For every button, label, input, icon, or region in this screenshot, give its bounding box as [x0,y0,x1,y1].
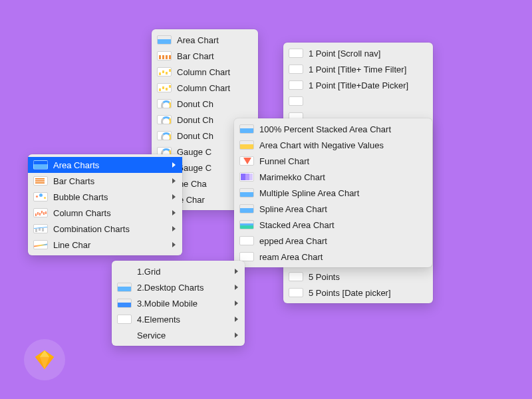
menu-item-label: 1 Point [Title+ Time Filter] [309,65,426,74]
numbered-item[interactable]: 1.Grid [112,263,245,279]
numbered-item[interactable]: 2.Desktop Charts [112,279,245,295]
menu-item-label: 1 Point [Scroll nav] [309,49,426,59]
chart-thumb-icon [157,83,172,92]
points-item[interactable]: 1 Point [Scroll nav] [283,45,433,61]
chart-category-item[interactable]: Line Char [28,237,182,253]
chart-thumb-icon [239,236,254,245]
menu-item-label: epped Area Chart [259,236,426,246]
area-sub-item[interactable]: Spline Area Chart [234,201,432,217]
menu-item-label: Area Charts [53,160,160,170]
chart-thumb-icon [239,252,254,261]
chart-thumb-icon [33,176,48,186]
chart-thumb-icon [157,115,172,124]
points-item[interactable] [283,93,433,109]
chevron-right-icon [172,162,176,168]
chart-thumb-icon [117,283,132,292]
menu-item-label: Column Charts [53,208,160,218]
area-sub-item[interactable]: Area Chart with Negative Values [234,137,432,153]
chart-thumb-icon [289,65,303,74]
chart-type-item[interactable]: Bar Chart [152,48,258,64]
chart-category-item[interactable]: Bubble Charts [28,189,182,205]
chart-thumb-icon [117,315,132,324]
chart-thumb-icon [239,220,254,229]
menu-item-label: Marimekko Chart [259,172,426,182]
numbered-item[interactable]: 3.Mobile Mobile [112,295,245,311]
points-item[interactable]: 5 Points [Date picker] [283,285,433,301]
menu-item-label: Stacked Area Chart [259,220,426,230]
area-charts-submenu: 100% Percent Stacked Area ChartArea Char… [234,118,432,267]
chart-category-item[interactable]: Column Charts [28,205,182,221]
menu-item-label: Combination Charts [53,224,160,234]
chart-thumb-icon [239,188,254,198]
menu-item-label: 2.Desktop Charts [137,283,223,293]
chart-type-item[interactable]: Area Chart [152,32,258,48]
chevron-right-icon [172,194,176,200]
menu-item-label: Line Char [53,240,160,250]
chart-thumb-icon [289,80,303,90]
area-sub-item[interactable]: ream Area Chart [234,249,432,265]
chevron-right-icon [235,317,238,322]
chart-category-item[interactable]: Combination Charts [28,221,182,237]
menu-item-label: 100% Percent Stacked Area Chart [259,124,426,134]
points-item[interactable]: 1 Point [Title+ Time Filter] [283,61,433,77]
menu-item-label: 5 Points [Date picker] [309,288,426,298]
menu-item-label: Bar Charts [53,176,160,186]
chart-thumb-icon [239,172,254,182]
points-item[interactable]: 5 Points [283,269,433,285]
chevron-right-icon [235,269,238,274]
chart-thumb-icon [33,224,48,233]
chart-category-item[interactable]: Area Charts [28,157,182,173]
sketch-badge [24,339,65,380]
chevron-right-icon [172,242,176,247]
chart-thumb-icon [157,131,172,140]
sketch-diamond-icon [33,348,56,371]
area-sub-item[interactable]: Funnel Chart [234,153,432,169]
menu-item-label: Spline Area Chart [259,204,426,214]
area-sub-item[interactable]: 100% Percent Stacked Area Chart [234,121,432,137]
menu-item-label: 1 Point [Title+Date Picker] [309,80,426,90]
chart-thumb-icon [33,192,48,201]
menu-item-label: Funnel Chart [259,156,426,166]
chevron-right-icon [235,332,238,338]
chart-thumb-icon [33,160,48,170]
chevron-right-icon [235,285,238,290]
area-sub-item[interactable]: Multiple Spline Area Chart [234,185,432,201]
menu-item-label: Bubble Charts [53,192,160,202]
menu-item-label: ream Area Chart [259,252,426,262]
menu-item-label: Bar Chart [177,51,251,61]
chart-thumb-icon [157,51,172,61]
chart-thumb-icon [239,156,254,166]
chart-thumb-icon [33,208,48,217]
chart-type-item[interactable]: Column Chart [152,80,258,96]
menu-item-label: Donut Ch [177,99,251,109]
chart-thumb-icon [239,140,254,150]
chevron-right-icon [172,178,176,184]
chart-type-item[interactable]: Column Chart [152,64,258,80]
menu-item-label: 1.Grid [137,267,223,277]
chart-thumb-icon [117,299,132,308]
numbered-item[interactable]: 4.Elements [112,311,245,327]
menu-item-label: Area Chart with Negative Values [259,140,426,150]
chart-type-item[interactable]: Donut Ch [152,96,258,112]
chart-category-item[interactable]: Bar Charts [28,173,182,189]
numbered-item[interactable]: Service [112,327,245,343]
menu-item-label: 3.Mobile Mobile [137,299,223,309]
menu-item-label: 5 Points [309,272,426,282]
menu-item-label: Multiple Spline Area Chart [259,188,426,198]
menu-item-label: Service [137,331,223,340]
svg-marker-2 [35,357,54,369]
chart-thumb-icon [33,240,48,249]
numbered-menu: 1.Grid2.Desktop Charts3.Mobile Mobile4.E… [112,261,245,346]
chart-thumb-icon [239,204,254,213]
chart-thumb-icon [289,288,303,297]
points-item[interactable]: 1 Point [Title+Date Picker] [283,77,433,93]
menu-item-label: 4.Elements [137,315,223,325]
menu-item-label: Column Chart [177,83,251,93]
chart-category-menu: Area ChartsBar ChartsBubble ChartsColumn… [28,154,182,255]
chart-thumb-icon [157,67,172,76]
area-sub-item[interactable]: epped Area Chart [234,233,432,249]
area-sub-item[interactable]: Marimekko Chart [234,169,432,185]
area-sub-item[interactable]: Stacked Area Chart [234,217,432,233]
chart-thumb-icon [239,124,254,134]
chart-thumb-icon [289,49,303,58]
